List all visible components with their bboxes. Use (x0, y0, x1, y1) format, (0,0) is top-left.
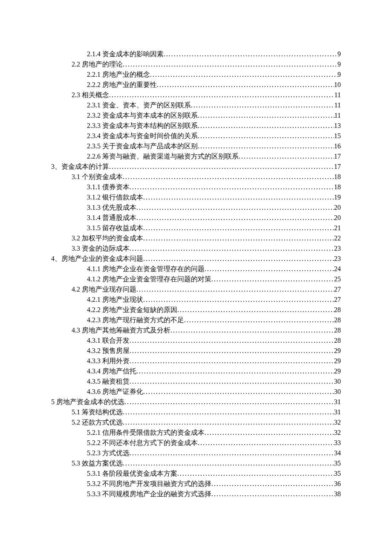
toc-entry: 5.2.1 信用条件受限借款方式的资金成本32 (51, 428, 341, 438)
toc-page-number: 11 (334, 100, 341, 110)
toc-leader-dots (130, 356, 334, 366)
toc-title: 4.3.6 房地产证券化 (87, 387, 143, 397)
toc-title: 3.1 个别资金成本 (72, 172, 123, 182)
toc-leader-dots (157, 80, 334, 90)
toc-leader-dots (150, 69, 337, 80)
toc-entry: 4.3.5 融资租赁30 (51, 376, 341, 387)
toc-title: 5.3.1 各阶段最优资金成本方案 (87, 468, 177, 479)
toc-entry: 5.3 效益方案优选35 (51, 458, 341, 468)
toc-leader-dots (136, 284, 334, 295)
toc-leader-dots (191, 100, 334, 110)
toc-entry: 3.1.5 留存收益成本21 (51, 223, 341, 233)
toc-entry: 2.3.1 资金、资本、资产的区别联系11 (51, 100, 341, 110)
toc-leader-dots (136, 213, 334, 223)
toc-entry: 5 房地产资金成本的优选31 (51, 397, 341, 407)
toc-page-number: 31 (334, 407, 341, 417)
toc-entry: 3.1 个别资金成本18 (51, 172, 341, 182)
toc-entry: 2.3.4 资金成本与资金时间价值的关系15 (51, 131, 341, 141)
toc-entry: 5.1 筹资结构优选31 (51, 407, 341, 417)
toc-title: 4.3.3 利用外资 (87, 356, 130, 366)
toc-page-number: 29 (334, 366, 341, 376)
toc-leader-dots (130, 335, 334, 346)
toc-entry: 4.3.6 房地产证券化30 (51, 387, 341, 397)
toc-entry: 4.3.3 利用外资29 (51, 356, 341, 366)
toc-title: 3.1.4 普通股成本 (87, 213, 136, 223)
toc-title: 4.2.2 房地产业资金短缺的原因 (87, 305, 177, 315)
toc-page-number: 28 (334, 315, 341, 325)
toc-page-number: 32 (334, 417, 341, 428)
toc-leader-dots (136, 366, 334, 376)
toc-entry: 4.2.1 房地产业现状27 (51, 295, 341, 305)
toc-title: 3、资金成本的计算 (51, 162, 109, 172)
toc-title: 5.2.3 方式优选 (87, 448, 130, 458)
toc-leader-dots (164, 49, 337, 59)
toc-entry: 4、房地产企业的资金成本问题23 (51, 254, 341, 264)
toc-title: 4.3.4 房地产信托 (87, 366, 136, 376)
toc-page-number: 25 (334, 274, 341, 284)
toc-entry: 2.2.6 筹资与融资、融资渠道与融资方式的区别联系17 (51, 151, 341, 162)
toc-title: 2.2.2 房地产业的重要性 (87, 80, 157, 90)
toc-leader-dots (123, 59, 337, 69)
toc-title: 5.1 筹资结构优选 (72, 407, 123, 417)
toc-title: 2.3.4 资金成本与资金时间价值的关系 (87, 131, 198, 141)
toc-page-number: 32 (334, 428, 341, 438)
toc-page-number: 20 (334, 202, 341, 213)
toc-page-number: 13 (334, 121, 341, 131)
toc-title: 3.1.5 留存收益成本 (87, 223, 143, 233)
toc-entry: 4.2.3 房地产现行融资方式的不足28 (51, 315, 341, 325)
toc-leader-dots (177, 468, 334, 479)
toc-leader-dots (170, 325, 334, 335)
toc-title: 3.2 加权平均的资金成本 (72, 233, 143, 243)
toc-page-number: 28 (334, 305, 341, 315)
toc-title: 2.2 房地产的理论 (72, 59, 123, 69)
toc-title: 4.3.2 预售房屋 (87, 346, 130, 356)
toc-title: 4.2.3 房地产现行融资方式的不足 (87, 315, 184, 325)
toc-leader-dots (177, 305, 334, 315)
toc-title: 2.3.1 资金、资本、资产的区别联系 (87, 100, 191, 110)
toc-entry: 2.2.1 房地产业的概念9 (51, 69, 341, 80)
toc-title: 5.2 还款方式优选 (72, 417, 123, 428)
toc-title: 2.2.1 房地产业的概念 (87, 69, 150, 80)
toc-title: 5.3 效益方案优选 (72, 458, 123, 468)
toc-page-number: 17 (334, 151, 341, 162)
toc-entry: 5.2.3 方式优选34 (51, 448, 341, 458)
toc-page-number: 28 (334, 335, 341, 346)
toc-leader-dots (211, 274, 334, 284)
toc-page-number: 24 (334, 264, 341, 274)
toc-title: 4.1.1 房地产企业在资金管理存在的问题 (87, 264, 205, 274)
toc-entry: 3.1.3 优先股成本20 (51, 202, 341, 213)
toc-page-number: 33 (334, 438, 341, 448)
toc-entry: 5.3.2 不同房地产开发项目融资方式的选择36 (51, 479, 341, 489)
toc-page-number: 22 (334, 233, 341, 243)
toc-page-number: 16 (334, 141, 341, 151)
toc-page-number: 11 (334, 90, 341, 100)
toc-title: 2.1.4 资金成本的影响因素 (87, 49, 164, 59)
toc-leader-dots (143, 387, 334, 397)
toc-title: 4.3 房地产其他筹融资方式及分析 (72, 325, 170, 335)
toc-entry: 5.2 还款方式优选32 (51, 417, 341, 428)
toc-leader-dots (123, 417, 334, 428)
toc-page-number: 21 (334, 223, 341, 233)
toc-leader-dots (130, 448, 334, 458)
toc-leader-dots (211, 479, 334, 489)
toc-entry: 5.3.3 不同规模房地产企业的融资方式选择38 (51, 489, 341, 499)
toc-page-number: 34 (334, 448, 341, 458)
toc-entry: 3.1.2 银行借款成本19 (51, 192, 341, 202)
toc-title: 2.3 相关概念 (72, 90, 109, 100)
toc-page-number: 35 (334, 468, 341, 479)
toc-entry: 3.2 加权平均的资金成本22 (51, 233, 341, 243)
toc-leader-dots (205, 264, 334, 274)
toc-page-number: 27 (334, 295, 341, 305)
toc-page-number: 18 (334, 182, 341, 192)
toc-entry: 4.2 房地产业现存问题27 (51, 284, 341, 295)
toc-entry: 2.3.5 关于资金成本与产品成本的区别16 (51, 141, 341, 151)
toc-entry: 2.3 相关概念11 (51, 90, 341, 100)
toc-title: 4.2 房地产业现存问题 (72, 284, 136, 295)
toc-page-number: 31 (334, 397, 341, 407)
toc-leader-dots (123, 172, 334, 182)
toc-leader-dots (239, 151, 334, 162)
toc-leader-dots (124, 397, 334, 407)
toc-entry: 5.2.2 不同还本付息方式下的资金成本33 (51, 438, 341, 448)
toc-title: 3.3 资金的边际成本 (72, 243, 130, 254)
toc-page-number: 38 (334, 489, 341, 499)
